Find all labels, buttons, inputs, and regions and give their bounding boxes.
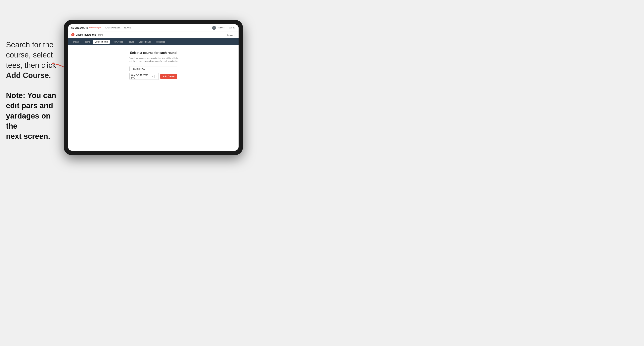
cancel-area[interactable]: Cancel ✕ bbox=[227, 33, 236, 37]
logo-sub: Powered by clippd bbox=[89, 27, 100, 28]
sign-out-link[interactable]: Sign out bbox=[229, 27, 236, 29]
nav-teams[interactable]: TEAMS bbox=[124, 27, 131, 29]
tee-clear-icon[interactable]: ✕ bbox=[152, 75, 154, 78]
top-nav: SCOREBOARD Powered by clippd TOURNAMENTS… bbox=[68, 24, 238, 31]
user-area: T Test User | Sign out bbox=[212, 26, 236, 30]
tournament-header: C Clippd Invitational (Men) Cancel ✕ bbox=[68, 31, 238, 38]
user-avatar: T bbox=[212, 26, 216, 30]
tournament-gender: (Men) bbox=[98, 34, 103, 36]
tee-chevron-icon[interactable]: ⌄ bbox=[155, 75, 157, 78]
logo-text: SCOREBOARD bbox=[71, 27, 88, 29]
user-label: Test User bbox=[218, 27, 225, 29]
cancel-button[interactable]: Cancel ✕ bbox=[227, 34, 236, 36]
tab-course-setup[interactable]: Course Setup bbox=[93, 40, 110, 44]
add-course-button[interactable]: Add Course bbox=[160, 74, 177, 79]
section-title: Select a course for each round bbox=[130, 51, 177, 55]
tee-selected-value: Gold (M) (M) (7010 yds) bbox=[131, 74, 152, 79]
tab-teams[interactable]: Teams bbox=[82, 40, 92, 44]
tab-leaderboards[interactable]: Leaderboards bbox=[137, 40, 153, 44]
main-content: Select a course for each round Search fo… bbox=[68, 45, 238, 86]
tablet-outer: SCOREBOARD Powered by clippd TOURNAMENTS… bbox=[64, 20, 243, 155]
instruction-note: Note: You can edit pars and yardages on … bbox=[6, 90, 64, 141]
tournament-title-area: C Clippd Invitational (Men) bbox=[71, 33, 103, 36]
nav-tournaments[interactable]: TOURNAMENTS bbox=[105, 27, 121, 29]
tablet-screen: SCOREBOARD Powered by clippd TOURNAMENTS… bbox=[68, 24, 238, 151]
nav-links: TOURNAMENTS TEAMS bbox=[105, 27, 212, 29]
instruction-panel: Search for the course, select tees, then… bbox=[6, 40, 64, 142]
pipe-separator: | bbox=[227, 27, 227, 29]
tournament-name: Clippd Invitational bbox=[76, 33, 96, 36]
tab-bar: Details Teams Course Setup Tee Groups Re… bbox=[68, 38, 238, 45]
tee-select-row: Gold (M) (M) (7010 yds) ✕ ⌄ Add Course bbox=[130, 73, 177, 80]
tab-printables[interactable]: Printables bbox=[154, 40, 167, 44]
course-search-input[interactable] bbox=[130, 66, 177, 71]
section-description: Search for a course and select a tee. Yo… bbox=[128, 57, 178, 63]
logo-area: SCOREBOARD Powered by clippd bbox=[71, 27, 101, 29]
tee-divider bbox=[154, 75, 154, 78]
tournament-logo: C bbox=[71, 33, 74, 36]
tab-results[interactable]: Results bbox=[126, 40, 136, 44]
tab-details[interactable]: Details bbox=[71, 40, 82, 44]
tab-tee-groups[interactable]: Tee Groups bbox=[110, 40, 125, 44]
instruction-text: Search for the course, select tees, then… bbox=[6, 40, 64, 81]
tablet-device: SCOREBOARD Powered by clippd TOURNAMENTS… bbox=[64, 20, 243, 155]
